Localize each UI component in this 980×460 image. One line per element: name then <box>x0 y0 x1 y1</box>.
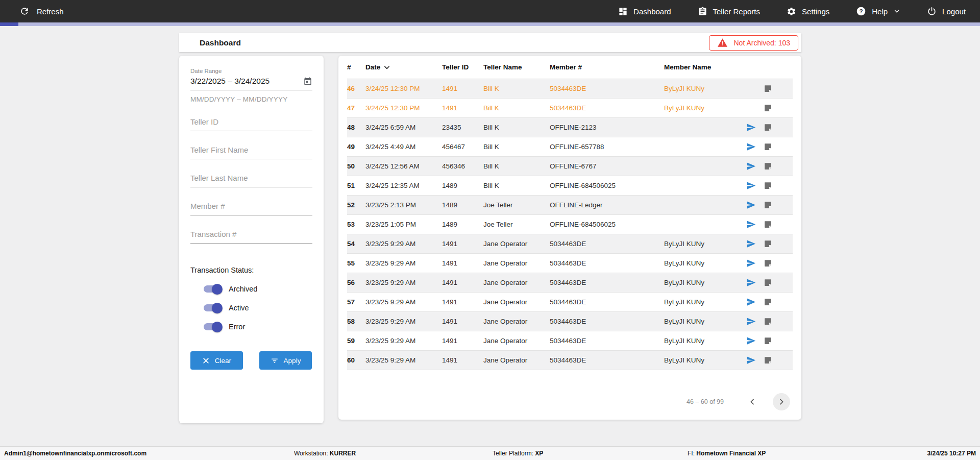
table-row[interactable]: 563/23/25 9:29 AM1491Jane Operator503446… <box>347 273 793 293</box>
table-row[interactable]: 483/24/25 6:59 AM23435Bill KOFFLINE-2123 <box>347 118 793 137</box>
previous-page-button[interactable] <box>745 395 760 409</box>
send-button[interactable] <box>746 297 756 307</box>
send-button[interactable] <box>746 239 756 249</box>
workstation-value: KURRER <box>330 450 356 457</box>
teller-id-field[interactable]: Teller ID <box>190 117 312 131</box>
table-row[interactable]: 493/24/25 4:49 AM456467Bill KOFFLINE-657… <box>347 137 793 157</box>
cell-member-number: 5034463DE <box>550 240 664 248</box>
cell-teller-id: 1491 <box>442 279 483 286</box>
calendar-button[interactable] <box>303 77 312 86</box>
note-icon <box>764 317 772 326</box>
nav-item-help[interactable]: ? Help <box>856 6 900 16</box>
nav-item-logout[interactable]: Logout <box>927 7 966 16</box>
date-range-input[interactable]: 3/22/2025 – 3/24/2025 <box>190 77 303 86</box>
note-button[interactable] <box>764 201 772 209</box>
cell-teller-name: Joe Teller <box>483 201 550 209</box>
table-row[interactable]: 553/23/25 9:29 AM1491Jane Operator503446… <box>347 254 793 273</box>
teller-first-name-field[interactable]: Teller First Name <box>190 146 312 159</box>
table-row[interactable]: 463/24/25 12:30 PM1491Bill K5034463DEByL… <box>347 79 793 99</box>
note-button[interactable] <box>764 104 772 112</box>
send-button[interactable] <box>746 258 756 268</box>
table-row[interactable]: 543/23/25 9:29 AM1491Jane Operator503446… <box>347 234 793 254</box>
table-row[interactable]: 513/24/25 12:35 AM1489Bill KOFFLINE-6845… <box>347 176 793 196</box>
note-button[interactable] <box>764 336 772 345</box>
cell-date: 3/24/25 12:30 PM <box>365 104 442 112</box>
input-underline <box>190 90 312 90</box>
toggle-error[interactable]: Error <box>204 323 312 331</box>
note-button[interactable] <box>764 142 772 151</box>
cell-member-name: ByLyJI KUNy <box>664 85 742 92</box>
toggle-switch[interactable] <box>204 285 220 293</box>
table-row[interactable]: 473/24/25 12:30 PM1491Bill K5034463DEByL… <box>347 99 793 118</box>
note-button[interactable] <box>764 278 772 287</box>
cell-teller-name: Bill K <box>483 124 550 131</box>
note-button[interactable] <box>764 162 772 171</box>
toggle-switch[interactable] <box>204 304 220 311</box>
cell-date: 3/23/25 9:29 AM <box>365 298 442 306</box>
note-icon <box>764 336 772 345</box>
table-row[interactable]: 583/23/25 9:29 AM1491Jane Operator503446… <box>347 312 793 331</box>
send-button[interactable] <box>746 317 756 326</box>
field-placeholder: Teller Last Name <box>190 174 312 182</box>
cell-teller-name: Bill K <box>483 85 550 92</box>
send-button[interactable] <box>746 181 756 190</box>
nav-item-settings[interactable]: Settings <box>787 7 829 16</box>
table-header-row: # Date Teller ID Teller Name Member # Me… <box>347 56 793 79</box>
nav-item-dashboard[interactable]: Dashboard <box>618 7 671 16</box>
member-number-field[interactable]: Member # <box>190 202 312 215</box>
send-button[interactable] <box>746 200 756 210</box>
apply-button[interactable]: Apply <box>259 351 312 370</box>
send-button[interactable] <box>746 123 756 132</box>
note-button[interactable] <box>764 123 772 132</box>
send-icon <box>746 161 756 171</box>
col-header-member-name[interactable]: Member Name <box>664 63 742 71</box>
cell-teller-id: 1489 <box>442 221 483 228</box>
logged-in-user: Admin1@hometownfinancialxp.onmicrosoft.c… <box>4 450 146 457</box>
cell-actions <box>742 278 793 287</box>
toggle-active[interactable]: Active <box>204 304 312 312</box>
col-header-teller-name[interactable]: Teller Name <box>483 63 550 71</box>
table-row[interactable]: 523/23/25 2:13 PM1489Joe TellerOFFLINE-L… <box>347 196 793 215</box>
table-row[interactable]: 573/23/25 9:29 AM1491Jane Operator503446… <box>347 293 793 312</box>
table-row[interactable]: 533/23/25 1:05 PM1489Joe TellerOFFLINE-6… <box>347 215 793 234</box>
table-row[interactable]: 603/23/25 9:29 AM1491Jane Operator503446… <box>347 351 793 370</box>
col-header-teller-id[interactable]: Teller ID <box>442 63 483 71</box>
send-button[interactable] <box>746 142 756 152</box>
platform-label: Teller Platform: <box>493 450 535 457</box>
send-icon <box>746 142 756 152</box>
col-header-num[interactable]: # <box>347 63 365 71</box>
col-header-member-num[interactable]: Member # <box>550 63 664 71</box>
cell-teller-id: 1491 <box>442 85 483 92</box>
col-header-date[interactable]: Date <box>365 63 442 71</box>
note-button[interactable] <box>764 239 772 248</box>
note-button[interactable] <box>764 356 772 365</box>
send-button[interactable] <box>746 278 756 287</box>
clear-button[interactable]: Clear <box>190 351 243 370</box>
refresh-button[interactable]: Refresh <box>19 6 64 16</box>
teller-last-name-field[interactable]: Teller Last Name <box>190 174 312 187</box>
toggle-switch[interactable] <box>204 323 220 330</box>
note-button[interactable] <box>764 317 772 326</box>
send-button[interactable] <box>746 220 756 229</box>
send-icon <box>746 355 756 365</box>
cell-actions <box>742 142 793 152</box>
clipboard-icon <box>698 7 707 16</box>
note-button[interactable] <box>764 181 772 190</box>
note-icon <box>764 181 772 190</box>
table-row[interactable]: 503/24/25 12:56 AM456346Bill KOFFLINE-67… <box>347 157 793 176</box>
send-button[interactable] <box>746 355 756 365</box>
note-button[interactable] <box>764 220 772 229</box>
send-button[interactable] <box>746 336 756 346</box>
note-button[interactable] <box>764 259 772 268</box>
note-button[interactable] <box>764 84 772 93</box>
next-page-button[interactable] <box>773 393 790 410</box>
nav-item-teller-reports[interactable]: Teller Reports <box>698 7 761 16</box>
cell-date: 3/24/25 12:56 AM <box>365 162 442 170</box>
not-archived-badge[interactable]: Not Archived: 103 <box>709 35 798 51</box>
transaction-number-field[interactable]: Transaction # <box>190 230 312 244</box>
cell-teller-id: 1491 <box>442 298 483 306</box>
table-row[interactable]: 593/23/25 9:29 AM1491Jane Operator503446… <box>347 331 793 351</box>
toggle-archived[interactable]: Archived <box>204 285 312 293</box>
send-button[interactable] <box>746 161 756 171</box>
note-button[interactable] <box>764 298 772 306</box>
